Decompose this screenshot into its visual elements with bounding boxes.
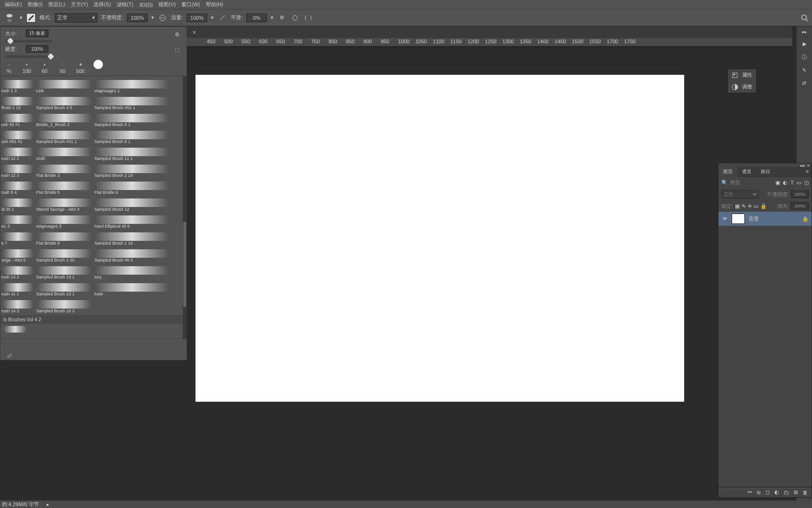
svg-point-3 [802,15,806,20]
menu-filter[interactable]: 滤镜(T) [114,0,136,9]
pressure-size-icon[interactable] [290,13,300,23]
search-icon[interactable] [800,13,809,23]
smooth-label: 平滑: [231,14,242,21]
opacity-input[interactable] [127,14,148,22]
brush-tool-icon[interactable]: 15 [3,13,16,23]
menu-image[interactable]: 图像(I) [25,0,46,9]
menu-edit[interactable]: 编辑(E) [2,0,25,9]
blend-mode-select[interactable]: 正常▾ [55,13,97,23]
airbrush-icon[interactable] [218,13,227,23]
menu-bar: 编辑(E) 图像(I) 图层(L) 文字(Y) 选择(S) 滤镜(T) 3D(D… [0,0,812,9]
chevron-down-icon[interactable]: ▾ [20,13,23,23]
brush-size-indicator: 15 [8,18,12,23]
opacity-label: 不透明度: [101,14,123,21]
flow-input[interactable] [187,14,207,22]
options-bar: 15 ▾ 模式: 正常▾ 不透明度: ▾ 流量: ▾ 平滑: ▾ ⚙ [0,9,812,26]
flow-label: 流量: [171,14,183,21]
pressure-opacity-icon[interactable] [158,13,167,23]
menu-view[interactable]: 视图(V) [156,0,179,9]
brush-preset-picker[interactable] [26,13,36,23]
menu-select[interactable]: 选择(S) [91,0,114,9]
gear-icon[interactable]: ⚙ [277,13,287,23]
menu-3d[interactable]: 3D(D) [136,1,156,8]
menu-window[interactable]: 窗口(W) [179,0,203,9]
svg-point-2 [293,16,297,20]
mode-label: 模式: [39,14,51,21]
svg-point-0 [7,14,13,17]
menu-help[interactable]: 帮助(H) [203,0,226,9]
symmetry-icon[interactable] [304,13,313,23]
menu-layer[interactable]: 图层(L) [46,0,68,9]
smooth-input[interactable] [246,14,267,22]
menu-type[interactable]: 文字(Y) [68,0,91,9]
